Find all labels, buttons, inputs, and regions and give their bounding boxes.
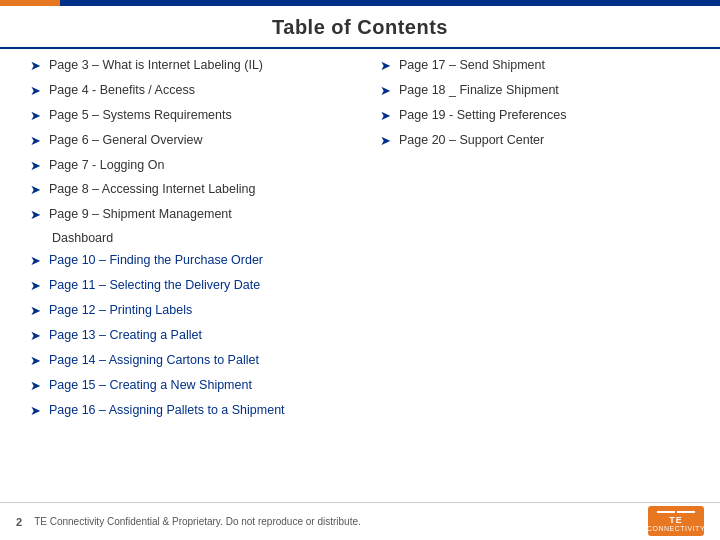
logo-brand: TE (669, 515, 683, 525)
bullet-arrow-icon: ➤ (30, 83, 41, 100)
toc-list-item: ➤Page 16 – Assigning Pallets to a Shipme… (30, 402, 340, 420)
bullet-arrow-icon: ➤ (30, 378, 41, 395)
toc-list-item: ➤Page 4 - Benefits / Access (30, 82, 340, 100)
toc-item-text: Page 7 - Logging On (49, 157, 164, 173)
toc-list-item: ➤Page 19 - Setting Preferences (380, 107, 690, 125)
toc-list-item: ➤Page 20 – Support Center (380, 132, 690, 150)
bullet-arrow-icon: ➤ (380, 108, 391, 125)
toc-list-item: ➤Page 14 – Assigning Cartons to Pallet (30, 352, 340, 370)
left-column: ➤Page 3 – What is Internet Labeling (IL)… (30, 57, 360, 426)
toc-item-text: Page 18 _ Finalize Shipment (399, 82, 559, 98)
toc-list-item: ➤Page 13 – Creating a Pallet (30, 327, 340, 345)
bullet-arrow-icon: ➤ (30, 108, 41, 125)
right-column: ➤Page 17 – Send Shipment➤Page 18 _ Final… (360, 57, 690, 426)
te-logo: TE CONNECTIVITY (648, 506, 704, 536)
toc-item-text: Page 13 – Creating a Pallet (49, 327, 202, 343)
toc-list-item: ➤Page 8 – Accessing Internet Labeling (30, 181, 340, 199)
toc-list-item: ➤Page 18 _ Finalize Shipment (380, 82, 690, 100)
toc-sub-item: Dashboard (52, 231, 340, 245)
bullet-arrow-icon: ➤ (30, 158, 41, 175)
bullet-arrow-icon: ➤ (30, 403, 41, 420)
toc-item-text: Page 3 – What is Internet Labeling (IL) (49, 57, 263, 73)
logo-line-1 (657, 511, 675, 513)
toc-list-item: ➤Page 15 – Creating a New Shipment (30, 377, 340, 395)
toc-item-text: Page 20 – Support Center (399, 132, 544, 148)
title-area: Table of Contents (0, 6, 720, 49)
toc-list-item: ➤Page 3 – What is Internet Labeling (IL) (30, 57, 340, 75)
toc-item-text: Page 6 – General Overview (49, 132, 203, 148)
toc-item-text: Page 9 – Shipment Management (49, 206, 232, 222)
toc-item-text: Page 15 – Creating a New Shipment (49, 377, 252, 393)
toc-list-item: ➤Page 17 – Send Shipment (380, 57, 690, 75)
bullet-arrow-icon: ➤ (30, 207, 41, 224)
toc-list-item: ➤Page 7 - Logging On (30, 157, 340, 175)
toc-list-item: ➤Page 10 – Finding the Purchase Order (30, 252, 340, 270)
page-title: Table of Contents (0, 16, 720, 39)
bullet-arrow-icon: ➤ (380, 58, 391, 75)
toc-content: ➤Page 3 – What is Internet Labeling (IL)… (0, 49, 720, 426)
bullet-arrow-icon: ➤ (30, 58, 41, 75)
footer-page-number: 2 (16, 516, 22, 528)
toc-item-text: Page 11 – Selecting the Delivery Date (49, 277, 260, 293)
toc-item-text: Page 16 – Assigning Pallets to a Shipmen… (49, 402, 285, 418)
bullet-arrow-icon: ➤ (380, 83, 391, 100)
toc-list-item: ➤Page 12 – Printing Labels (30, 302, 340, 320)
logo-line-2 (677, 511, 695, 513)
toc-item-text: Page 19 - Setting Preferences (399, 107, 566, 123)
toc-list-item: ➤Page 6 – General Overview (30, 132, 340, 150)
bullet-arrow-icon: ➤ (380, 133, 391, 150)
bullet-arrow-icon: ➤ (30, 182, 41, 199)
bullet-arrow-icon: ➤ (30, 328, 41, 345)
bullet-arrow-icon: ➤ (30, 278, 41, 295)
bullet-arrow-icon: ➤ (30, 353, 41, 370)
footer: 2 TE Connectivity Confidential & Proprie… (0, 502, 720, 540)
toc-item-text: Page 14 – Assigning Cartons to Pallet (49, 352, 259, 368)
footer-legal: TE Connectivity Confidential & Proprieta… (34, 516, 361, 527)
logo-tagline: CONNECTIVITY (647, 525, 705, 532)
toc-item-text: Page 8 – Accessing Internet Labeling (49, 181, 255, 197)
toc-item-text: Page 12 – Printing Labels (49, 302, 192, 318)
toc-item-text: Page 10 – Finding the Purchase Order (49, 252, 263, 268)
toc-list-item: ➤Page 11 – Selecting the Delivery Date (30, 277, 340, 295)
bullet-arrow-icon: ➤ (30, 133, 41, 150)
bullet-arrow-icon: ➤ (30, 303, 41, 320)
top-accent-bar (0, 0, 720, 6)
toc-item-text: Page 17 – Send Shipment (399, 57, 545, 73)
toc-list-item: ➤Page 5 – Systems Requirements (30, 107, 340, 125)
toc-item-text: Page 4 - Benefits / Access (49, 82, 195, 98)
toc-item-text: Page 5 – Systems Requirements (49, 107, 232, 123)
bullet-arrow-icon: ➤ (30, 253, 41, 270)
toc-list-item: ➤Page 9 – Shipment Management (30, 206, 340, 224)
